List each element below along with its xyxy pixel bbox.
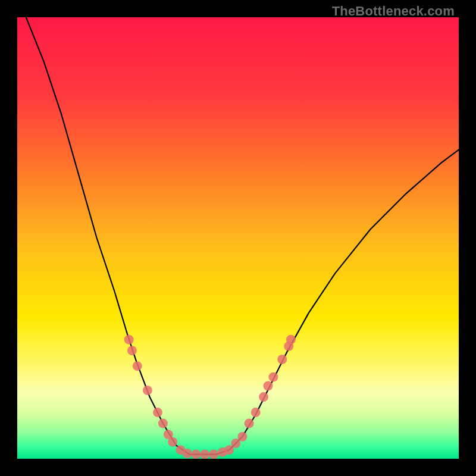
data-point xyxy=(209,450,218,459)
data-point xyxy=(158,419,168,428)
data-point xyxy=(251,408,261,417)
chart-stage: TheBottleneck.com xyxy=(0,0,476,476)
data-point xyxy=(133,361,142,371)
data-point xyxy=(200,450,209,459)
data-point xyxy=(168,437,177,447)
data-point xyxy=(183,449,192,458)
data-point xyxy=(127,346,137,355)
data-point xyxy=(192,450,201,459)
data-point xyxy=(259,392,268,402)
data-point xyxy=(264,381,273,391)
plot-area xyxy=(17,17,459,459)
data-point xyxy=(286,335,296,345)
data-point xyxy=(237,432,247,441)
data-point xyxy=(143,386,152,395)
data-point xyxy=(245,419,254,428)
data-point xyxy=(153,408,162,417)
watermark-text: TheBottleneck.com xyxy=(332,4,455,19)
data-point xyxy=(277,355,287,364)
data-point xyxy=(124,335,134,345)
data-point xyxy=(268,372,278,382)
curve-layer xyxy=(17,17,459,459)
bottleneck-curve xyxy=(26,17,459,455)
